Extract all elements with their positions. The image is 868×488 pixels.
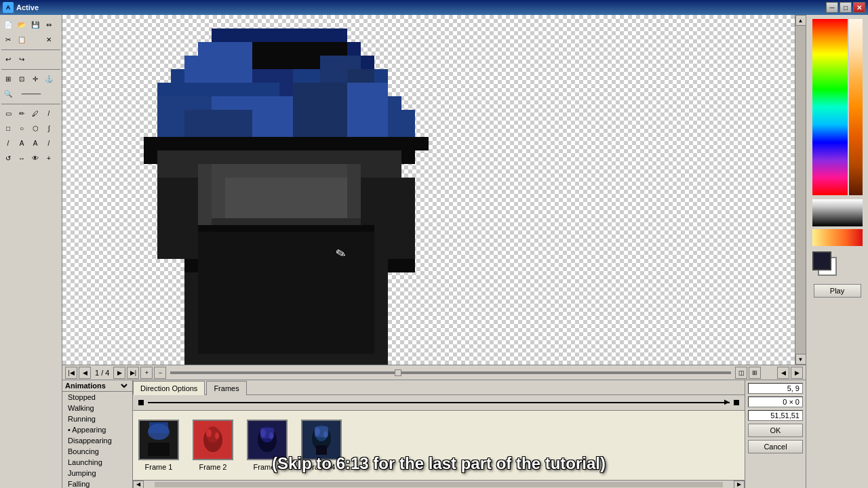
canvas-scrollable[interactable]: ✎	[62, 15, 795, 365]
anim-item-jumping[interactable]: Jumping	[62, 468, 132, 479]
dir-square-left	[138, 400, 144, 405]
tool-brush[interactable]: /	[42, 106, 56, 120]
tool-pen[interactable]: 🖊	[28, 106, 42, 120]
tool-copy[interactable]: 📋	[15, 33, 28, 46]
animations-header: Animations ▼	[62, 380, 132, 392]
tool-grid[interactable]: ⊞	[1, 72, 15, 85]
tool-new[interactable]: 📄	[1, 18, 15, 31]
frame-thumb-1[interactable]	[138, 420, 179, 460]
frame-thumb-2[interactable]	[193, 420, 233, 460]
tool-extra[interactable]: ⇔	[42, 18, 56, 31]
tool-cut[interactable]: ✂	[1, 33, 15, 46]
tool-polygon[interactable]: ⬡	[28, 121, 42, 135]
tool-select[interactable]: ⊡	[15, 72, 28, 85]
hscroll-track[interactable]	[155, 482, 723, 487]
tool-mirror[interactable]: ↔	[15, 151, 28, 165]
tool-fill[interactable]: A	[28, 136, 42, 150]
tool-save[interactable]: 💾	[28, 18, 42, 31]
custom-color-bar[interactable]	[812, 229, 863, 246]
tool-undo[interactable]: ↩	[1, 52, 15, 66]
tool-text[interactable]: A	[15, 136, 28, 150]
tool-rotate[interactable]: ↺	[1, 151, 15, 165]
restore-button[interactable]: □	[840, 2, 852, 13]
canvas-column: ✎ ▲ ▼ |◀ ◀ 1 / 4 ▶ ▶| + − ◫ ⊞	[62, 15, 806, 488]
tool-eye[interactable]: 👁	[28, 151, 42, 165]
tab-frames[interactable]: Frames	[206, 381, 246, 395]
frame-grid-btn[interactable]: ⊞	[749, 367, 761, 379]
animations-list: Animations ▼ Stopped Walking Running App…	[62, 380, 133, 488]
tab-direction-options[interactable]: Direction Options	[133, 381, 205, 395]
primary-color-swatch[interactable]	[812, 251, 831, 270]
frame-2-svg	[194, 421, 232, 459]
minimize-button[interactable]: ─	[826, 2, 838, 13]
animations-dropdown[interactable]: ▼	[120, 382, 130, 390]
frame-slider-thumb[interactable]	[395, 369, 401, 376]
app-icon: A	[3, 2, 14, 13]
tool-wand[interactable]: +	[42, 151, 56, 165]
frame-first-btn[interactable]: |◀	[65, 367, 77, 379]
hscroll-left-btn[interactable]: ◀	[133, 481, 144, 489]
tool-rect[interactable]: □	[1, 121, 15, 135]
svg-point-54	[260, 429, 266, 437]
ok-button[interactable]: OK	[748, 424, 803, 437]
hscroll-right-btn[interactable]: ▶	[734, 481, 745, 489]
anim-item-appearing[interactable]: Appearing	[62, 424, 132, 435]
scroll-right-btn[interactable]: ▶	[791, 367, 803, 379]
frame-3-svg	[248, 421, 286, 459]
tool-paint[interactable]: /	[42, 136, 56, 150]
frame-controls-bar: |◀ ◀ 1 / 4 ▶ ▶| + − ◫ ⊞ ◀ ▶	[62, 365, 806, 380]
close-button[interactable]: ✕	[853, 2, 865, 13]
scroll-up-btn[interactable]: ▲	[795, 15, 806, 26]
anim-item-running[interactable]: Running	[62, 413, 132, 424]
frame-last-btn[interactable]: ▶|	[127, 367, 139, 379]
anim-item-disappearing[interactable]: Disappearing	[62, 435, 132, 446]
frame-minus-btn[interactable]: −	[154, 367, 166, 379]
tool-paste[interactable]	[28, 33, 42, 46]
frame-add-btn[interactable]: +	[140, 367, 153, 379]
canvas-vscroll[interactable]: ▲ ▼	[795, 15, 806, 365]
frame-prev-btn[interactable]: ◀	[79, 367, 91, 379]
hue-strip-1[interactable]	[812, 19, 848, 195]
tool-redo[interactable]: ↪	[15, 52, 28, 66]
tool-line[interactable]: /	[1, 136, 15, 150]
direction-rows: ▶	[133, 395, 745, 411]
tool-move[interactable]: ✛	[28, 72, 42, 85]
cancel-button[interactable]: Cancel	[748, 440, 803, 453]
tool-zoom[interactable]: 🔍	[1, 87, 15, 100]
anim-item-walking[interactable]: Walking	[62, 403, 132, 413]
tool-anchor[interactable]: ⚓	[42, 72, 56, 85]
svg-rect-22	[252, 96, 293, 137]
tool-rect-select[interactable]: ▭	[1, 106, 15, 120]
frame-item-1: Frame 1	[138, 420, 179, 471]
toolbar-row-3: ↩ ↪	[1, 52, 60, 66]
tool-open[interactable]: 📂	[15, 18, 28, 31]
play-btn-area: Play	[811, 281, 864, 300]
frame-next-btn[interactable]: ▶	[113, 367, 125, 379]
tool-lasso[interactable]: ∫	[42, 121, 56, 135]
anim-item-stopped[interactable]: Stopped	[62, 392, 132, 403]
frame-slider[interactable]	[170, 371, 731, 374]
scroll-track[interactable]	[795, 26, 806, 354]
tool-zoom-slider[interactable]: ────	[15, 87, 47, 100]
anim-item-falling[interactable]: Falling	[62, 479, 132, 488]
frame-thumb-4[interactable]	[301, 420, 342, 460]
play-button[interactable]: Play	[814, 284, 861, 298]
svg-point-44	[148, 424, 170, 440]
tool-pencil[interactable]: ✏	[15, 106, 28, 120]
hue-strip-2[interactable]	[849, 19, 863, 195]
scroll-down-btn[interactable]: ▼	[795, 354, 806, 365]
frame-mode-btn[interactable]: ◫	[735, 367, 747, 379]
svg-rect-39	[388, 259, 415, 272]
frame-thumb-3[interactable]	[247, 420, 288, 460]
toolbar-row-2: ✂ 📋 ✕	[1, 33, 60, 46]
scroll-left-btn[interactable]: ◀	[777, 367, 789, 379]
bottom-hscroll[interactable]: ◀ ▶	[133, 480, 745, 488]
tool-delete[interactable]: ✕	[42, 33, 56, 46]
frame-item-4: Frame 4	[301, 420, 342, 471]
anim-item-bouncing[interactable]: Bouncing	[62, 446, 132, 457]
grayscale-strip[interactable]	[812, 199, 863, 226]
anim-item-launching[interactable]: Launching	[62, 457, 132, 468]
tool-ellipse[interactable]: ○	[15, 121, 28, 135]
title-bar: A Active ─ □ ✕	[0, 0, 868, 15]
svg-rect-7	[347, 42, 361, 56]
